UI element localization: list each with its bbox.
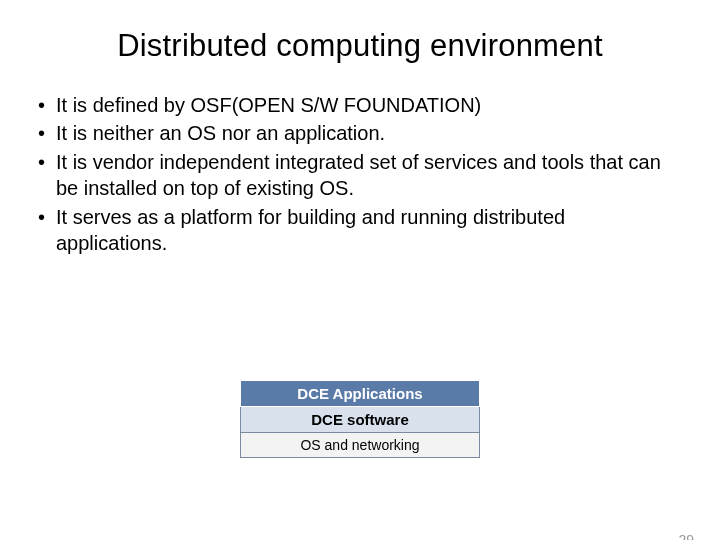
- bullet-item: It serves as a platform for building and…: [34, 204, 680, 257]
- bullet-item: It is defined by OSF(OPEN S/W FOUNDATION…: [34, 92, 680, 118]
- architecture-stack: DCE Applications DCE software OS and net…: [240, 380, 480, 458]
- slide: Distributed computing environment It is …: [0, 28, 720, 540]
- stack-layer-os: OS and networking: [240, 433, 480, 458]
- bullet-list: It is defined by OSF(OPEN S/W FOUNDATION…: [0, 92, 720, 256]
- slide-title: Distributed computing environment: [0, 28, 720, 64]
- bullet-item: It is neither an OS nor an application.: [34, 120, 680, 146]
- page-number: 29: [678, 532, 694, 540]
- stack-layer-applications: DCE Applications: [240, 380, 480, 407]
- bullet-item: It is vendor independent integrated set …: [34, 149, 680, 202]
- stack-layer-software: DCE software: [240, 407, 480, 433]
